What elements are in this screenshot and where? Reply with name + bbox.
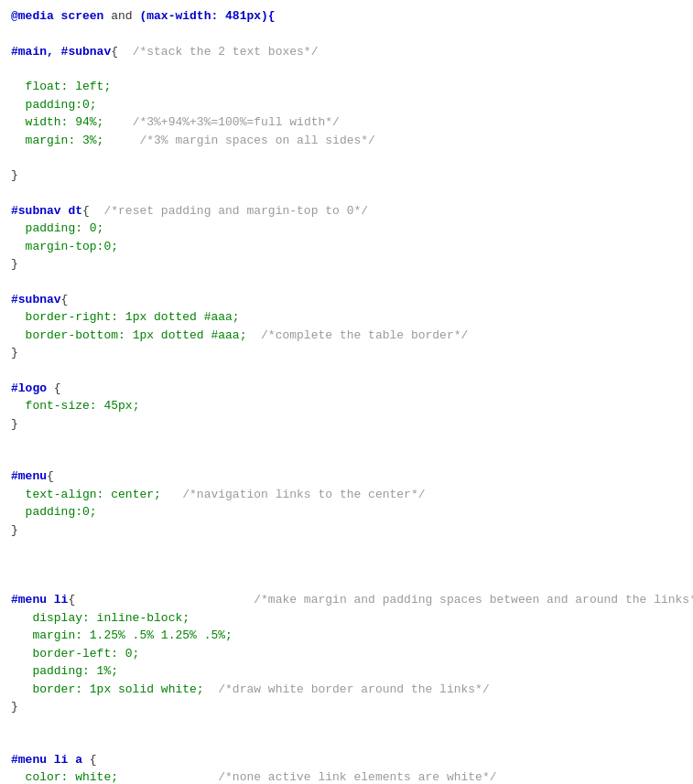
comment-margin: /*3% margin spaces on all sides*/ (139, 134, 374, 147)
line-selector-main: #main, #subnav{ /*stack the 2 text boxes… (0, 43, 693, 61)
prop-color: color: white; (26, 770, 118, 784)
code-editor: @media screen and (max-width: 481px){ #m… (0, 0, 693, 784)
comment-color: /*none active link elements are white*/ (218, 770, 496, 784)
blank-line (0, 450, 693, 467)
line-close-3: } (0, 344, 693, 362)
selector-logo: #logo (11, 381, 54, 395)
comment-text-align: /*navigation links to the center*/ (182, 488, 425, 501)
line-close-2: } (0, 255, 693, 274)
selector-subnav-dt: #subnav dt (11, 204, 82, 218)
line-border-left: border-left: 0; (0, 645, 693, 663)
line-subnav: #subnav{ (0, 291, 693, 309)
blank-line (0, 539, 693, 556)
punct: { (61, 293, 69, 306)
line-subnav-dt: #subnav dt{ /*reset padding and margin-t… (0, 202, 693, 220)
line-text-align: text-align: center; /*navigation links t… (0, 486, 693, 504)
close-brace: } (11, 700, 18, 714)
close-brace: } (11, 523, 18, 537)
prop-font-size: font-size: 45px; (26, 399, 140, 413)
punct: { (82, 204, 103, 218)
punct: { (47, 469, 54, 483)
blank-line (0, 26, 693, 43)
punctuation: and (111, 9, 132, 23)
close-brace: } (11, 346, 18, 360)
line-logo: #logo { (0, 380, 693, 398)
at-rule-2: (max-width: 481px){ (133, 9, 276, 23)
punct: { (68, 593, 254, 607)
blank-line (0, 60, 693, 78)
prop-li-padding: padding: 1%; (32, 664, 118, 678)
line-close-6: } (0, 698, 693, 716)
close-brace: } (11, 168, 18, 182)
line-float: float: left; (0, 78, 693, 96)
line-close-4: } (0, 415, 693, 434)
blank-line (0, 574, 693, 591)
prop-display: display: inline-block; (32, 611, 189, 625)
prop-subnav-padding: padding: 0; (26, 221, 104, 235)
blank-line (0, 734, 693, 751)
prop-margin-top: margin-top:0; (26, 240, 118, 253)
line-li-border: border: 1px solid white; /*draw white bo… (0, 681, 693, 699)
comment-border-bottom: /*complete the table border*/ (261, 328, 468, 342)
line-menu-li-a: #menu li a { (0, 751, 693, 769)
line-display: display: inline-block; (0, 609, 693, 628)
punct: { (54, 381, 61, 395)
blank-line (0, 274, 693, 291)
line-menu: #menu{ (0, 467, 693, 486)
close-brace: } (11, 417, 18, 431)
selector-main-subnav: #main, #subnav (11, 45, 111, 59)
line-close-1: } (0, 166, 693, 185)
line-border-right: border-right: 1px dotted #aaa; (0, 308, 693, 327)
line-border-bottom: border-bottom: 1px dotted #aaa; /*comple… (0, 327, 693, 345)
prop-border-bottom: border-bottom: 1px dotted #aaa; (26, 328, 247, 342)
prop-width: width: 94%; (26, 115, 104, 129)
blank-line (0, 556, 693, 574)
comment-stack: /*stack the 2 text boxes*/ (133, 45, 319, 59)
prop-text-align: text-align: center; (26, 488, 161, 501)
line-font-size: font-size: 45px; (0, 397, 693, 415)
line-subnav-padding: padding: 0; (0, 220, 693, 238)
line-width: width: 94%; /*3%+94%+3%=100%=full width*… (0, 113, 693, 132)
close-brace: } (11, 257, 18, 271)
selector-subnav: #subnav (11, 293, 61, 306)
selector-menu-li-a: #menu li a (11, 753, 90, 767)
blank-line (0, 716, 693, 734)
prop-li-margin: margin: 1.25% .5% 1.25% .5%; (32, 628, 232, 642)
line-menu-padding: padding:0; (0, 503, 693, 521)
line-margin-top: margin-top:0; (0, 238, 693, 256)
comment-li-border: /*draw white border around the links*/ (218, 682, 489, 696)
prop-li-border: border: 1px solid white; (32, 682, 203, 696)
line-padding: padding:0; (0, 96, 693, 114)
line-li-padding: padding: 1%; (0, 662, 693, 681)
comment-width: /*3%+94%+3%=100%=full width*/ (133, 115, 340, 129)
prop-border-right: border-right: 1px dotted #aaa; (26, 310, 240, 324)
blank-line (0, 362, 693, 380)
selector-menu: #menu (11, 469, 47, 483)
prop-float: float: left; (26, 80, 112, 93)
line-color: color: white; /*none active link element… (0, 768, 693, 784)
prop-margin: margin: 3%; (26, 134, 104, 147)
blank-line (0, 433, 693, 450)
comment-subnav-dt: /*reset padding and margin-top to 0*/ (103, 204, 368, 218)
blank-line (0, 185, 693, 202)
selector-menu-li: #menu li (11, 593, 68, 607)
prop-menu-padding: padding:0; (26, 505, 97, 519)
line-margin: margin: 3%; /*3% margin spaces on all si… (0, 132, 693, 150)
line-li-margin: margin: 1.25% .5% 1.25% .5%; (0, 627, 693, 645)
line-1: @media screen and (max-width: 481px){ (0, 7, 693, 26)
line-close-5: } (0, 521, 693, 540)
prop-padding: padding:0; (26, 98, 97, 112)
comment-menu-li: /*make margin and padding spaces between… (254, 593, 693, 607)
punct: { (111, 45, 132, 59)
at-rule: @media screen (11, 9, 111, 23)
blank-line (0, 149, 693, 166)
prop-border-left: border-left: 0; (32, 647, 139, 660)
line-menu-li: #menu li{ /*make margin and padding spac… (0, 591, 693, 609)
punct: { (90, 753, 97, 767)
